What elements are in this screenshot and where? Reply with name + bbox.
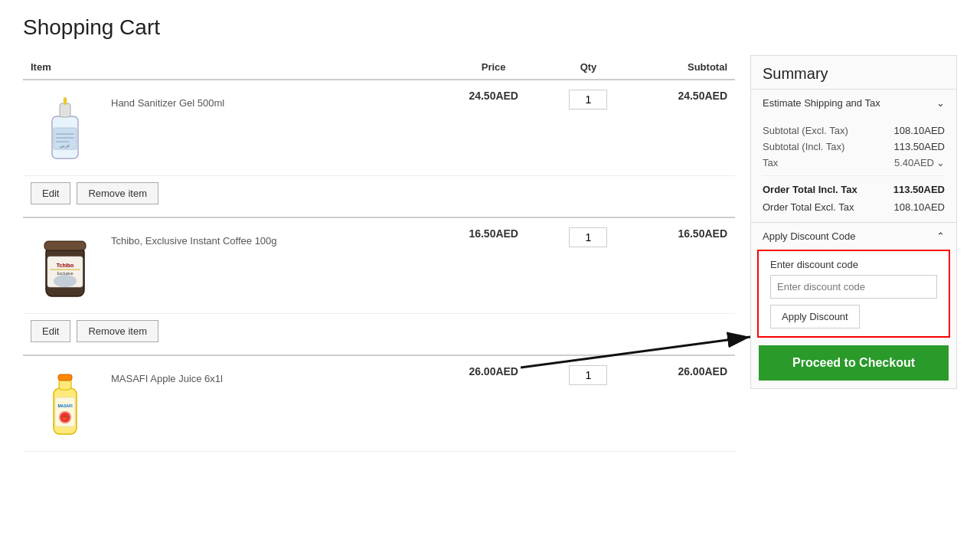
item-subtotal-sanitizer: 24.50AED bbox=[632, 80, 735, 176]
item-price-sanitizer: 24.50AED bbox=[442, 80, 545, 176]
item-qty-sanitizer bbox=[545, 80, 631, 176]
table-row: MASAFI 🍎 MASAFI Apple Juice 6x1l 26.00AE… bbox=[23, 355, 735, 452]
product-image-sanitizer: عربي bbox=[31, 90, 100, 166]
discount-section: Apply Discount Code ⌃ Enter discount cod… bbox=[751, 222, 956, 338]
item-cell: عربي Hand Sanitizer Gel 500ml bbox=[31, 90, 434, 166]
subtotal-incl-label: Subtotal (Incl. Tax) bbox=[763, 141, 844, 152]
item-qty-coffee bbox=[545, 217, 631, 314]
cart-section: Item Price Qty Subtotal bbox=[23, 55, 735, 452]
svg-text:Tchibo: Tchibo bbox=[57, 263, 74, 268]
item-subtotal-coffee: 16.50AED bbox=[632, 217, 735, 314]
action-row-sanitizer: Edit Remove item bbox=[23, 176, 735, 218]
table-row: عربي Hand Sanitizer Gel 500ml 24.50AED 2… bbox=[23, 80, 735, 176]
remove-button-coffee[interactable]: Remove item bbox=[77, 320, 158, 342]
discount-body: Enter discount code Apply Discount bbox=[757, 250, 950, 338]
col-price: Price bbox=[442, 55, 545, 80]
svg-text:MASAFI: MASAFI bbox=[57, 404, 73, 408]
item-subtotal-juice: 26.00AED bbox=[632, 355, 735, 452]
discount-header-label: Apply Discount Code bbox=[763, 230, 855, 242]
apply-discount-button[interactable]: Apply Discount bbox=[770, 305, 860, 328]
svg-point-14 bbox=[54, 275, 77, 287]
order-total-excl-value: 108.10AED bbox=[894, 201, 946, 213]
summary-panel: Summary Estimate Shipping and Tax ⌄ Subt… bbox=[750, 55, 957, 389]
subtotal-excl-line: Subtotal (Excl. Tax) 108.10AED bbox=[763, 123, 945, 139]
action-buttons-coffee: Edit Remove item bbox=[31, 320, 727, 342]
page-title: Shopping Cart bbox=[23, 15, 957, 40]
tax-expand-icon[interactable]: ⌄ bbox=[936, 157, 945, 168]
tax-label: Tax bbox=[763, 157, 778, 168]
col-subtotal: Subtotal bbox=[632, 55, 735, 80]
summary-title: Summary bbox=[751, 56, 956, 89]
item-name-sanitizer: Hand Sanitizer Gel 500ml bbox=[111, 90, 224, 109]
action-row-coffee: Edit Remove item bbox=[23, 314, 735, 356]
tax-line: Tax 5.40AED ⌄ bbox=[763, 155, 945, 171]
order-total-incl-label: Order Total Incl. Tax bbox=[763, 184, 858, 195]
subtotal-incl-line: Subtotal (Incl. Tax) 113.50AED bbox=[763, 139, 945, 155]
product-image-coffee: Tchibo Exclusive bbox=[31, 227, 100, 304]
svg-rect-3 bbox=[64, 97, 67, 105]
item-name-coffee: Tchibo, Exclusive Instant Coffee 100g bbox=[111, 227, 277, 247]
item-name-juice: MASAFI Apple Juice 6x1l bbox=[111, 365, 223, 384]
item-cell: Tchibo Exclusive Tchibo, Exclusive Insta… bbox=[31, 227, 434, 304]
discount-code-input[interactable] bbox=[770, 275, 937, 299]
qty-input-sanitizer[interactable] bbox=[569, 90, 607, 109]
item-price-coffee: 16.50AED bbox=[442, 217, 545, 314]
tax-value-container: 5.40AED ⌄ bbox=[894, 157, 945, 168]
col-item: Item bbox=[23, 55, 442, 80]
order-total-incl-line: Order Total Incl. Tax 113.50AED bbox=[763, 181, 945, 198]
discount-chevron-icon: ⌃ bbox=[936, 230, 945, 242]
qty-input-coffee[interactable] bbox=[569, 227, 607, 247]
svg-text:عربي: عربي bbox=[60, 143, 70, 149]
order-total-excl-label: Order Total Excl. Tax bbox=[763, 201, 854, 213]
remove-button-sanitizer[interactable]: Remove item bbox=[77, 182, 158, 204]
qty-input-juice[interactable] bbox=[569, 365, 607, 385]
order-total-incl-value: 113.50AED bbox=[893, 184, 945, 195]
summary-totals: Subtotal (Excl. Tax) 108.10AED Subtotal … bbox=[751, 116, 956, 222]
tax-value: 5.40AED bbox=[894, 157, 934, 168]
checkout-button[interactable]: Proceed to Checkout bbox=[759, 345, 949, 381]
item-cell: MASAFI 🍎 MASAFI Apple Juice 6x1l bbox=[31, 365, 434, 442]
discount-input-label: Enter discount code bbox=[770, 259, 937, 270]
col-qty: Qty bbox=[545, 55, 631, 80]
edit-button-coffee[interactable]: Edit bbox=[31, 320, 70, 342]
item-price-juice: 26.00AED bbox=[442, 355, 545, 452]
shipping-label: Estimate Shipping and Tax bbox=[763, 97, 880, 109]
subtotal-excl-label: Subtotal (Excl. Tax) bbox=[763, 125, 848, 136]
svg-rect-2 bbox=[60, 103, 70, 117]
svg-rect-9 bbox=[44, 241, 86, 250]
main-layout: Item Price Qty Subtotal bbox=[23, 55, 957, 452]
svg-rect-17 bbox=[58, 374, 72, 381]
subtotal-incl-value: 113.50AED bbox=[894, 141, 946, 152]
subtotal-excl-value: 108.10AED bbox=[894, 125, 946, 136]
cart-table: Item Price Qty Subtotal bbox=[23, 55, 735, 452]
action-buttons-sanitizer: Edit Remove item bbox=[31, 182, 727, 204]
shipping-section: Estimate Shipping and Tax ⌄ bbox=[751, 89, 956, 116]
order-total-excl-line: Order Total Excl. Tax 108.10AED bbox=[763, 198, 945, 216]
product-image-juice: MASAFI 🍎 bbox=[31, 365, 100, 442]
edit-button-sanitizer[interactable]: Edit bbox=[31, 182, 70, 204]
svg-text:🍎: 🍎 bbox=[63, 416, 68, 421]
discount-header[interactable]: Apply Discount Code ⌃ bbox=[751, 223, 956, 250]
summary-divider bbox=[763, 175, 945, 176]
shipping-chevron-icon: ⌄ bbox=[936, 97, 945, 109]
shipping-header[interactable]: Estimate Shipping and Tax ⌄ bbox=[751, 90, 956, 116]
item-qty-juice bbox=[545, 355, 631, 452]
table-row: Tchibo Exclusive Tchibo, Exclusive Insta… bbox=[23, 217, 735, 314]
